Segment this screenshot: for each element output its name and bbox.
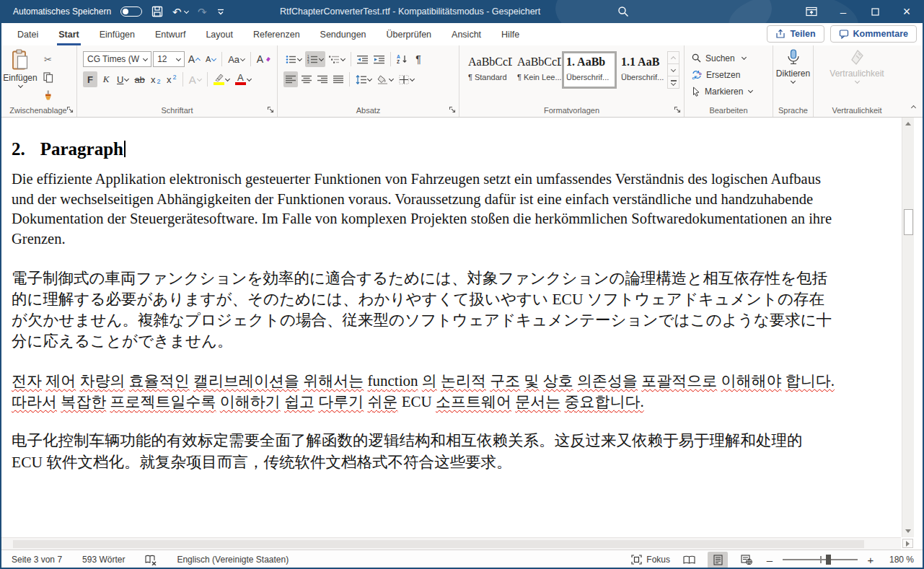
tab-hilfe[interactable]: Hilfe (491, 23, 529, 45)
minimize-button[interactable]: – (827, 0, 859, 23)
italic-button[interactable]: K (99, 71, 113, 87)
font-name-combo[interactable]: CG Times (W (83, 51, 151, 67)
scroll-right-button[interactable] (902, 539, 913, 548)
zoom-in-button[interactable]: + (866, 554, 875, 566)
bullets-button[interactable] (283, 51, 304, 67)
borders-button[interactable] (397, 71, 416, 87)
vertical-scrollbar[interactable] (902, 118, 914, 537)
zoom-slider[interactable] (783, 554, 858, 565)
tab-referenzen[interactable]: Referenzen (243, 23, 310, 45)
select-button[interactable]: Markieren (692, 84, 773, 98)
text-highlight-button[interactable] (211, 71, 232, 87)
font-size-combo[interactable]: 12 (153, 51, 185, 67)
decrease-indent-button[interactable] (355, 51, 370, 67)
redo-button[interactable]: ↷ (198, 6, 207, 17)
scroll-up-arrow[interactable] (905, 122, 911, 125)
numbering-button[interactable]: 123 (305, 51, 325, 67)
paste-button[interactable]: Einfügen (0, 45, 40, 103)
tab-datei[interactable]: Datei (7, 23, 48, 45)
shrink-font-button[interactable]: A (203, 51, 218, 67)
format-painter-button[interactable] (40, 87, 56, 103)
clear-formatting-button[interactable]: A (255, 51, 273, 67)
close-button[interactable]: × (891, 0, 923, 23)
search-icon[interactable] (617, 6, 629, 17)
strikethrough-button[interactable]: ab (132, 71, 146, 87)
maximize-button[interactable] (859, 0, 891, 23)
grow-font-button[interactable]: A (186, 51, 202, 67)
quick-access-toolbar-icon[interactable] (216, 7, 225, 16)
heading[interactable]: 2.Paragraph (12, 139, 837, 159)
sort-button[interactable]: AZ (395, 51, 410, 67)
dictate-button[interactable]: Diktieren (773, 45, 813, 83)
scroll-down-arrow[interactable] (902, 529, 914, 533)
styles-dialog-launcher[interactable] (673, 105, 682, 114)
comments-button[interactable]: Kommentare (830, 25, 917, 43)
style-card-4[interactable]: 1.1 AaBÜberschrif... (617, 51, 666, 89)
proofing-status-icon[interactable] (145, 555, 157, 565)
clipboard-dialog-launcher[interactable] (66, 105, 74, 114)
document-area[interactable]: 2.Paragraph Die effiziente Applikation e… (0, 118, 924, 537)
style-card-3[interactable]: 1. AaBbÜberschrif... (562, 51, 617, 89)
focus-button[interactable]: Fokus (631, 555, 670, 565)
tab-einf-gen[interactable]: Einfügen (89, 23, 145, 45)
word-window: Automatisches Speichern ↶ ↷ RtfChapterCo… (0, 0, 924, 569)
tab-start[interactable]: Start (48, 23, 89, 45)
zoom-slider-thumb[interactable] (826, 555, 831, 565)
text-effects-button[interactable]: A (187, 71, 203, 87)
print-layout-button[interactable] (708, 552, 728, 568)
styles-more-button[interactable] (668, 76, 679, 88)
justify-button[interactable] (331, 71, 346, 87)
paragraph-dialog-launcher[interactable] (448, 105, 457, 114)
bold-button[interactable]: F (83, 71, 97, 87)
tab-sendungen[interactable]: Sendungen (310, 23, 377, 45)
change-case-button[interactable]: Aa (226, 51, 247, 67)
replace-button[interactable]: bc Ersetzen (692, 68, 773, 81)
tab-layout[interactable]: Layout (195, 23, 243, 45)
paragraph-german[interactable]: Die effiziente Applikation elektronisch … (12, 169, 837, 249)
paragraph-japanese[interactable]: 電子制御式の車両ファンクションを効率的に適合するためには、対象ファンクションの論… (12, 268, 837, 352)
tab--berpr-fen[interactable]: Überprüfen (377, 23, 442, 45)
zoom-out-button[interactable]: – (765, 554, 774, 566)
line-spacing-button[interactable] (353, 71, 374, 87)
align-right-button[interactable] (315, 71, 330, 87)
align-left-button[interactable] (283, 71, 298, 87)
cut-button[interactable]: ✂ (40, 51, 56, 67)
paragraph-chinese[interactable]: 电子化控制车辆功能的有效标定需要全面了解函数的逻辑结构和相互依赖关系。这反过来又… (12, 431, 837, 473)
vertical-scrollbar-thumb[interactable] (904, 209, 913, 235)
word-count[interactable]: 593 Wörter (82, 555, 125, 565)
undo-button[interactable]: ↶ (172, 5, 188, 18)
paragraph-korean[interactable]: 전자 제어 차량의 효율적인 캘리브레이션을 위해서는 function 의 논… (12, 371, 837, 413)
horizontal-scrollbar[interactable] (0, 537, 901, 550)
share-button[interactable]: Teilen (767, 25, 824, 43)
styles-scroll-down-button[interactable] (668, 64, 679, 76)
styles-scroll-up-button[interactable] (668, 52, 679, 64)
multilevel-list-button[interactable] (327, 51, 347, 67)
read-mode-button[interactable] (679, 552, 699, 568)
tab-ansicht[interactable]: Ansicht (441, 23, 491, 45)
web-layout-button[interactable] (736, 552, 757, 568)
subscript-button[interactable]: x2 (149, 71, 163, 87)
superscript-button[interactable]: x2 (164, 71, 179, 87)
autosave-toggle[interactable] (120, 6, 142, 17)
copy-button[interactable] (40, 69, 56, 85)
font-dialog-launcher[interactable] (266, 105, 275, 114)
zoom-level[interactable]: 180 % (884, 555, 914, 565)
document-page[interactable]: 2.Paragraph Die effiziente Applikation e… (0, 118, 837, 473)
style-card-2[interactable]: AaBbCcDd¶ Kein Lee... (513, 51, 562, 89)
align-center-button[interactable] (299, 71, 314, 87)
find-button[interactable]: Suchen (692, 51, 773, 65)
font-color-button[interactable]: A (233, 71, 253, 87)
shading-button[interactable] (375, 71, 395, 87)
language-indicator[interactable]: Englisch (Vereinigte Staaten) (177, 555, 289, 565)
tab-entwurf[interactable]: Entwurf (145, 23, 195, 45)
horizontal-scrollbar-thumb[interactable] (13, 540, 864, 548)
style-card-1[interactable]: AaBbCcDd¶ Standard (464, 51, 513, 89)
sensitivity-button[interactable]: Vertraulichkeit (814, 45, 900, 83)
collapse-ribbon-button[interactable] (912, 100, 915, 113)
show-paragraph-marks-button[interactable]: ¶ (411, 51, 426, 67)
ribbon-display-options-icon[interactable] (796, 0, 827, 23)
save-icon[interactable] (151, 6, 163, 17)
page-indicator[interactable]: Seite 3 von 7 (12, 555, 62, 565)
increase-indent-button[interactable] (371, 51, 387, 67)
underline-button[interactable]: U (115, 71, 131, 87)
